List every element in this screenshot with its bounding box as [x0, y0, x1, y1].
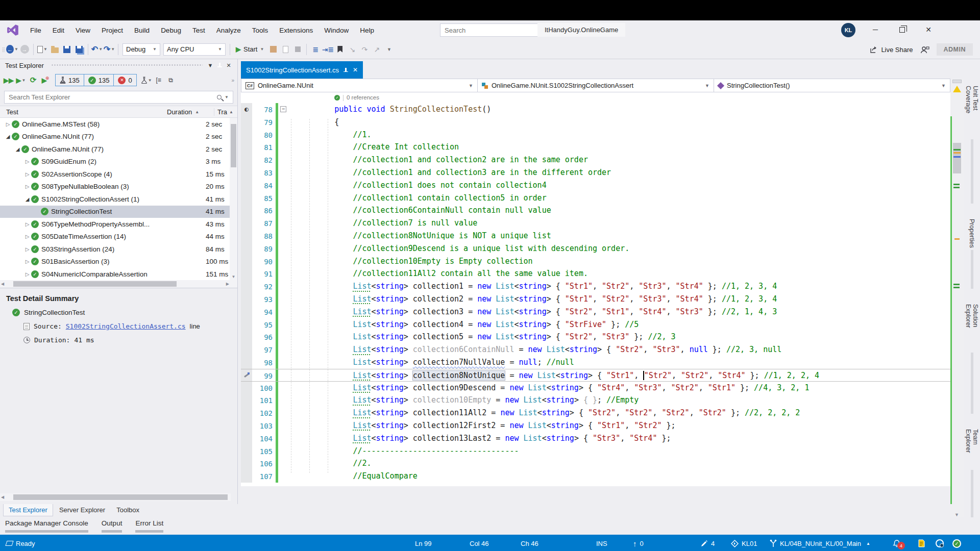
outlining-margin[interactable]	[278, 141, 290, 154]
code-line[interactable]: 80 //1.	[241, 129, 950, 141]
outlining-margin[interactable]	[278, 432, 290, 445]
code-line[interactable]: 95 List<string> collection4 = new List<s…	[241, 318, 950, 331]
show-output-icon[interactable]: ≣	[309, 43, 322, 56]
glyph-margin[interactable]	[241, 166, 252, 179]
tree-vertical-scrollbar[interactable]: ▼	[230, 118, 237, 280]
outlining-margin[interactable]	[278, 129, 290, 141]
open-file-button[interactable]	[48, 43, 61, 56]
save-button[interactable]	[61, 43, 73, 56]
close-tab-icon[interactable]: ✕	[353, 66, 358, 73]
outlining-margin[interactable]: −	[278, 103, 290, 116]
code-line[interactable]: 107 //EqualCompare	[241, 470, 950, 483]
code-line[interactable]: 103 List<string> collection12First2 = ne…	[241, 419, 950, 432]
column-test[interactable]: Test	[0, 108, 167, 116]
status-column[interactable]: Col 46	[470, 535, 489, 551]
start-debug-button[interactable]: ▶ Start▼	[233, 45, 267, 53]
expander-icon[interactable]: ▷	[4, 121, 12, 127]
minimize-button[interactable]: ─	[864, 20, 887, 39]
outlining-margin[interactable]	[278, 255, 290, 268]
test-tree-row[interactable]: ▷✓S04NumericIComparableAssertion151 ms	[0, 268, 237, 280]
test-search-box[interactable]: Search Test Explorer ▼	[4, 91, 233, 104]
tool-tab-test-explorer[interactable]: Test Explorer	[3, 504, 53, 516]
glyph-margin[interactable]	[241, 394, 252, 407]
code-line[interactable]: 84 //collection1 does not contain collec…	[241, 179, 950, 192]
code-line[interactable]: 85 //collection1 contain collection5 in …	[241, 192, 950, 205]
test-tree-row[interactable]: ▷✓OnlineGame.MSTest (58)2 sec	[0, 118, 237, 131]
tool-tab-server-explorer[interactable]: Server Explorer	[54, 504, 110, 516]
status-sync-ok[interactable]: ✓	[952, 535, 961, 551]
menu-file[interactable]: File	[24, 24, 47, 36]
outlining-margin[interactable]	[278, 343, 290, 356]
test-tree-row[interactable]: ▷✓S06TypeMethodPropertyAssembl...43 ms	[0, 218, 237, 231]
code-line[interactable]: 86 //collection6ContainNull contain null…	[241, 204, 950, 217]
glyph-margin[interactable]	[241, 280, 252, 293]
navigate-back-button[interactable]: ←▼	[6, 43, 18, 56]
tool-tab-toolbox[interactable]: Toolbox	[111, 504, 144, 516]
status-branch[interactable]: KL/04B_NUnit_KL/00_Main ▲	[770, 535, 870, 551]
run-test-button[interactable]: ▶▼	[15, 74, 27, 86]
pin-icon[interactable]	[215, 62, 224, 68]
menu-project[interactable]: Project	[96, 24, 129, 36]
glyph-margin[interactable]	[241, 116, 252, 129]
code-line[interactable]: 94 List<string> collection3 = new List<s…	[241, 306, 950, 318]
glyph-margin[interactable]	[241, 267, 252, 280]
admin-button[interactable]: ADMIN	[937, 43, 973, 56]
solution-configuration-dropdown[interactable]: Debug▼	[122, 43, 160, 56]
status-character[interactable]: Ch 46	[521, 535, 538, 551]
bottom-tab-package-manager-console[interactable]: Package Manager Console	[5, 519, 88, 533]
glyph-margin[interactable]	[241, 356, 252, 369]
scrollbar-thumb[interactable]	[953, 143, 961, 173]
outlining-margin[interactable]	[278, 369, 290, 381]
codelens-references[interactable]: 0 references	[347, 92, 379, 103]
outlining-margin[interactable]	[278, 318, 290, 331]
glyph-margin[interactable]	[241, 242, 252, 255]
outlining-margin[interactable]	[278, 445, 290, 458]
glyph-margin[interactable]	[241, 382, 252, 394]
right-tab-solution-explorer[interactable]: Solution Explorer	[964, 304, 980, 415]
menu-extensions[interactable]: Extensions	[274, 24, 318, 36]
glyph-margin[interactable]	[241, 204, 252, 217]
status-repository[interactable]: KL01	[731, 535, 757, 551]
bottom-tab-error-list[interactable]: Error List	[135, 519, 163, 533]
break-all-button[interactable]	[279, 43, 291, 56]
code-line[interactable]: 82 //collection1 and collection2 are in …	[241, 154, 950, 166]
step-over-button[interactable]: ↷	[358, 43, 371, 56]
menu-tools[interactable]: Tools	[247, 24, 274, 36]
save-all-button[interactable]	[73, 43, 85, 56]
test-tree-row[interactable]: ▷✓S03StringAssertion (24)84 ms	[0, 243, 237, 256]
right-tab-properties[interactable]: Properties	[964, 219, 980, 291]
menu-build[interactable]: Build	[129, 24, 155, 36]
new-file-button[interactable]: ▼	[36, 43, 48, 56]
outlining-margin[interactable]	[278, 293, 290, 306]
search-options-caret[interactable]: ▼	[225, 95, 229, 99]
outlining-margin[interactable]	[278, 242, 290, 255]
repeat-last-run-button[interactable]: ⟳	[28, 74, 39, 86]
class-dropdown[interactable]: OnlineGame.NUnit.S1002StringCollectionAs…	[478, 79, 714, 92]
expander-icon[interactable]: ▷	[23, 159, 31, 164]
test-tree-row[interactable]: ▷✓S08TypeNullableBoolean (3)20 ms	[0, 181, 237, 193]
glyph-margin[interactable]	[241, 318, 252, 331]
outlining-margin[interactable]	[278, 154, 290, 166]
expander-icon[interactable]: ▷	[23, 221, 31, 227]
glyph-margin[interactable]	[241, 419, 252, 432]
feedback-icon[interactable]	[920, 46, 929, 54]
outlining-margin[interactable]	[278, 230, 290, 242]
glyph-margin[interactable]	[241, 432, 252, 445]
find-in-files-icon[interactable]: ⇥≣	[322, 43, 334, 56]
test-tree-row[interactable]: ▷✓S02AssertionScope (4)15 ms	[0, 168, 237, 181]
outlining-margin[interactable]	[278, 407, 290, 419]
close-panel-icon[interactable]: ✕	[224, 62, 233, 69]
status-unpushed[interactable]: ↑ 0	[633, 535, 644, 551]
expander-icon[interactable]: ▷	[23, 271, 31, 277]
passed-tests-stat[interactable]: ✓ 135	[84, 74, 114, 86]
right-tab-unit-test-coverage[interactable]: Unit Test Coverage	[964, 86, 980, 206]
menu-edit[interactable]: Edit	[47, 24, 70, 36]
outlining-margin[interactable]	[278, 204, 290, 217]
cancel-run-button[interactable]: ▶⊗	[40, 74, 51, 86]
glyph-margin[interactable]	[241, 470, 252, 483]
code-line[interactable]: 98 List<string> collection7NullValue = n…	[241, 356, 950, 369]
step-into-button[interactable]: ↘	[346, 43, 358, 56]
outlining-margin[interactable]	[278, 116, 290, 129]
toolbar-overflow-chevron[interactable]: »	[231, 78, 234, 83]
glyph-margin[interactable]	[241, 293, 252, 306]
